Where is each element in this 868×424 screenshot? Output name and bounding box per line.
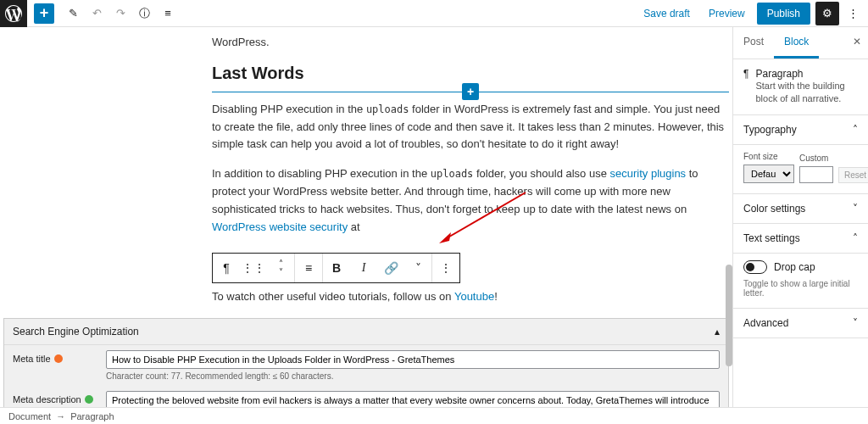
drag-handle-icon[interactable]: ⋮⋮ (240, 254, 267, 282)
drop-cap-help: Toggle to show a large initial letter. (743, 279, 858, 298)
text-settings-panel[interactable]: Text settings˄ (733, 224, 868, 254)
status-warning-icon (54, 354, 63, 363)
advanced-panel[interactable]: Advanced˅ (733, 309, 868, 338)
reset-button[interactable]: Reset (838, 167, 868, 183)
top-toolbar: + ✎ ↶ ↷ ⓘ ≡ Save draft Preview Publish ⚙… (0, 0, 868, 27)
chevron-down-icon: ˅ (853, 203, 858, 215)
block-more-icon[interactable]: ⋮ (432, 254, 459, 282)
seo-panel: Search Engine Optimization▴ Meta title C… (3, 318, 729, 407)
link-wp-security[interactable]: WordPress website security (212, 220, 348, 233)
link-youtube[interactable]: Youtube (454, 290, 494, 303)
tab-block[interactable]: Block (774, 27, 819, 59)
meta-title-hint: Character count: 77. Recommended length:… (106, 371, 720, 381)
heading-last-words[interactable]: Last Words (212, 64, 729, 83)
info-icon[interactable]: ⓘ (134, 3, 154, 24)
editor-canvas: WordPress. Last Words + Disabling PHP ex… (0, 27, 732, 407)
save-draft-button[interactable]: Save draft (637, 4, 697, 23)
scrollbar[interactable] (726, 265, 732, 366)
breadcrumb-footer: Document→Paragraph (0, 407, 868, 424)
add-block-button[interactable]: + (34, 3, 54, 24)
outline-icon[interactable]: ≡ (158, 3, 178, 24)
chevron-down-icon: ˅ (853, 317, 858, 329)
plus-icon[interactable]: + (462, 83, 479, 100)
preview-button[interactable]: Preview (702, 4, 752, 23)
seo-panel-header[interactable]: Search Engine Optimization▴ (4, 319, 728, 345)
color-settings-panel[interactable]: Color settings˅ (733, 194, 868, 224)
settings-icon[interactable]: ⚙ (815, 2, 839, 25)
paragraph-text[interactable]: WordPress. (212, 34, 729, 52)
breadcrumb-paragraph[interactable]: Paragraph (70, 411, 114, 421)
font-size-select[interactable]: Default (743, 165, 794, 183)
link-security-plugins[interactable]: security plugins (610, 167, 687, 180)
paragraph-text[interactable]: To watch other useful video tutorials, f… (212, 288, 729, 306)
meta-description-label: Meta description (13, 391, 106, 404)
meta-title-label: Meta title (13, 350, 106, 364)
redo-icon[interactable]: ↷ (110, 3, 131, 24)
link-button[interactable]: 🔗 (377, 254, 404, 282)
more-icon[interactable]: ⋮ (844, 7, 861, 20)
paragraph-text[interactable]: Disabling PHP execution in the uploads f… (212, 101, 729, 153)
block-description: Start with the building block of all nar… (755, 80, 858, 106)
align-icon[interactable]: ≡ (295, 254, 322, 282)
chevron-up-icon: ˄ (853, 232, 858, 244)
publish-button[interactable]: Publish (757, 3, 810, 25)
typography-panel[interactable]: Typography˄ (733, 115, 868, 145)
close-sidebar-icon[interactable]: ✕ (846, 27, 868, 59)
more-format-icon[interactable]: ˅ (404, 254, 431, 282)
tab-post[interactable]: Post (733, 27, 774, 59)
italic-button[interactable]: I (350, 254, 377, 282)
paragraph-icon: ¶ (743, 68, 748, 80)
paragraph-text[interactable]: In addition to disabling PHP execution i… (212, 165, 729, 236)
edit-icon[interactable]: ✎ (63, 3, 83, 24)
chevron-up-icon: ˄ (853, 124, 858, 136)
block-inserter-line[interactable]: + (212, 92, 729, 92)
wordpress-logo[interactable] (0, 0, 27, 27)
meta-description-input[interactable]: Protecting the beloved website from evil… (106, 391, 720, 407)
collapse-icon[interactable]: ▴ (715, 326, 720, 338)
undo-icon[interactable]: ↶ (86, 3, 107, 24)
paragraph-type-icon[interactable]: ¶ (213, 254, 240, 282)
drop-cap-toggle[interactable] (743, 260, 767, 274)
move-arrows-icon[interactable]: ˄˅ (267, 254, 294, 282)
bold-button[interactable]: B (323, 254, 350, 282)
settings-sidebar: Post Block ✕ ¶ ParagraphStart with the b… (732, 27, 868, 407)
block-toolbar: ¶⋮⋮˄˅ ≡ BI🔗˅ ⋮ (212, 253, 460, 283)
status-ok-icon (85, 395, 93, 404)
breadcrumb-document[interactable]: Document (8, 411, 51, 421)
block-name: Paragraph (755, 68, 858, 80)
custom-font-size-input[interactable] (799, 166, 833, 183)
meta-title-input[interactable] (106, 350, 720, 369)
